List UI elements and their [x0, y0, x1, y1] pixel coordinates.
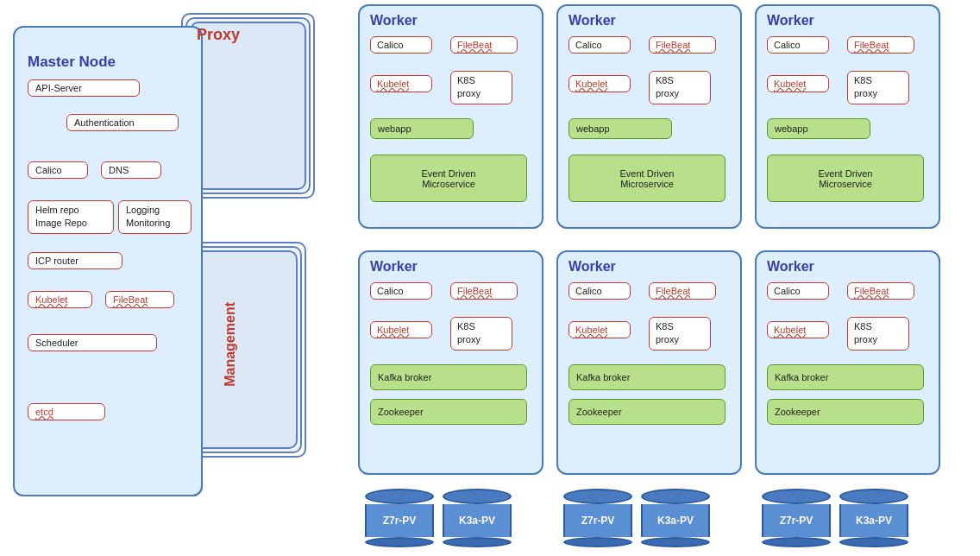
calico-master-box: Calico — [28, 161, 88, 179]
pv-z7r-2: Z7r-PV — [563, 489, 632, 547]
pv-z7r-3-label: Z7r-PV — [762, 504, 831, 537]
w5-kubelet: Kubelet — [569, 321, 631, 338]
diagram-container: Proxy Management Master Node API-Server … — [0, 0, 980, 556]
w4-k8s-proxy: K8Sproxy — [450, 317, 512, 351]
pv-k3a-2-label: K3a-PV — [641, 504, 710, 537]
proxy-card-front — [190, 22, 306, 190]
scheduler-box: Scheduler — [28, 334, 157, 351]
w1-filebeat: FileBeat — [450, 36, 518, 54]
w6-zookeeper: Zookeeper — [767, 399, 924, 425]
pv-group-1: Z7r-PV K3a-PV — [365, 489, 512, 547]
api-server-box: API-Server — [28, 79, 140, 97]
pv-k3a-1-label: K3a-PV — [443, 504, 512, 537]
pv-z7r-1-label: Z7r-PV — [365, 504, 434, 537]
worker-3-title: Worker — [767, 13, 814, 28]
worker-5-card: Worker Calico FileBeat Kubelet K8Sproxy … — [556, 250, 742, 475]
worker-2-title: Worker — [569, 13, 616, 28]
proxy-label: Proxy — [197, 26, 240, 44]
master-node-title: Master Node — [28, 54, 116, 71]
w5-kafka: Kafka broker — [569, 364, 726, 390]
w2-filebeat: FileBeat — [649, 36, 716, 54]
w6-filebeat: FileBeat — [847, 282, 914, 300]
w4-filebeat: FileBeat — [450, 282, 518, 300]
w2-edm: Event DrivenMicroservice — [569, 155, 726, 202]
worker-6-card: Worker Calico FileBeat Kubelet K8Sproxy … — [755, 250, 940, 475]
w6-kubelet: Kubelet — [767, 321, 829, 338]
pv-k3a-3-label: K3a-PV — [839, 504, 908, 537]
pv-group-3: Z7r-PV K3a-PV — [762, 489, 908, 547]
w3-kubelet: Kubelet — [767, 75, 829, 92]
master-node-stack: Master Node API-Server Authentication Ca… — [13, 26, 203, 496]
dns-box: DNS — [101, 161, 161, 179]
w1-calico: Calico — [370, 36, 432, 54]
w5-zookeeper: Zookeeper — [569, 399, 726, 425]
w3-webapp: webapp — [767, 118, 870, 139]
logging-box: LoggingMonitoring — [118, 200, 192, 234]
w3-edm: Event DrivenMicroservice — [767, 155, 924, 202]
worker-5-title: Worker — [569, 259, 616, 275]
w2-calico: Calico — [569, 36, 631, 54]
mgmt-card-front — [190, 250, 298, 449]
pv-z7r-1: Z7r-PV — [365, 489, 434, 547]
w3-k8s-proxy: K8Sproxy — [847, 71, 909, 104]
w5-k8s-proxy: K8Sproxy — [649, 317, 711, 351]
w6-k8s-proxy: K8Sproxy — [847, 317, 909, 351]
w5-calico: Calico — [569, 282, 631, 300]
master-card-front: Master Node API-Server Authentication Ca… — [13, 26, 203, 496]
w1-webapp: webapp — [370, 118, 474, 139]
pv-z7r-2-label: Z7r-PV — [563, 504, 632, 537]
pv-k3a-1: K3a-PV — [443, 489, 512, 547]
authentication-box: Authentication — [66, 114, 179, 131]
w3-calico: Calico — [767, 36, 829, 54]
pv-k3a-3: K3a-PV — [839, 489, 908, 547]
icp-router-box: ICP router — [28, 252, 122, 269]
w1-k8s-proxy: K8Sproxy — [450, 71, 512, 104]
w1-edm: Event DrivenMicroservice — [370, 155, 527, 202]
helm-repo-box: Helm repoImage Repo — [28, 200, 114, 234]
w3-filebeat: FileBeat — [847, 36, 914, 54]
w4-zookeeper: Zookeeper — [370, 399, 527, 425]
w2-kubelet: Kubelet — [569, 75, 631, 92]
workers-section: Worker Calico FileBeat Kubelet K8Sproxy … — [358, 4, 975, 540]
w4-calico: Calico — [370, 282, 432, 300]
w1-kubelet: Kubelet — [370, 75, 432, 92]
left-section: Proxy Management Master Node API-Server … — [9, 9, 354, 509]
filebeat-master-box: FileBeat — [105, 291, 174, 308]
w6-kafka: Kafka broker — [767, 364, 924, 390]
worker-4-card: Worker Calico FileBeat Kubelet K8Sproxy … — [358, 250, 543, 475]
worker-3-card: Worker Calico FileBeat Kubelet K8Sproxy … — [755, 4, 940, 229]
w5-filebeat: FileBeat — [649, 282, 716, 300]
w6-calico: Calico — [767, 282, 829, 300]
pv-z7r-3: Z7r-PV — [762, 489, 831, 547]
management-label: Management — [223, 302, 238, 387]
worker-2-card: Worker Calico FileBeat Kubelet K8Sproxy … — [556, 4, 742, 229]
pv-k3a-2: K3a-PV — [641, 489, 710, 547]
worker-6-title: Worker — [767, 259, 814, 275]
w2-k8s-proxy: K8Sproxy — [649, 71, 711, 104]
worker-1-card: Worker Calico FileBeat Kubelet K8Sproxy … — [358, 4, 543, 229]
worker-4-title: Worker — [370, 259, 418, 275]
w4-kubelet: Kubelet — [370, 321, 432, 338]
w2-webapp: webapp — [569, 118, 672, 139]
kubelet-master-box: Kubelet — [28, 291, 92, 308]
pv-group-2: Z7r-PV K3a-PV — [563, 489, 710, 547]
w4-kafka: Kafka broker — [370, 364, 527, 390]
etcd-box: etcd — [28, 403, 105, 420]
worker-1-title: Worker — [370, 13, 418, 28]
